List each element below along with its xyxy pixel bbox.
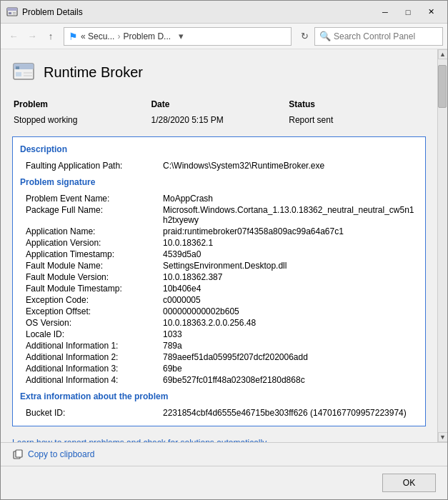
svg-rect-10 (24, 75, 32, 76)
scroll-down-arrow[interactable]: ▼ (438, 432, 448, 442)
extra-label: Bucket ID: (20, 408, 163, 418)
main-content: Runtime Broker Problem Date Status Stopp… (1, 49, 437, 442)
signature-row: Additional Information 2:789aeef51da0599… (20, 351, 418, 363)
svg-rect-1 (7, 8, 17, 11)
signature-row-value: c0000005 (163, 295, 201, 305)
signature-row: Exception Code:c0000005 (20, 294, 418, 306)
signature-row-value: 69be (163, 364, 182, 374)
signature-row: Problem Event Name:MoAppCrash (20, 193, 418, 204)
breadcrumb-sep1: › (117, 31, 120, 41)
description-row: Faulting Application Path: C:\Windows\Sy… (20, 160, 418, 171)
breadcrumb-part2: Problem D... (123, 31, 171, 41)
scroll-up-arrow[interactable]: ▲ (438, 49, 448, 59)
window-title: Problem Details (22, 7, 374, 17)
signature-row-label: Application Timestamp: (20, 249, 163, 259)
signature-row-value: 10.0.18362.387 (163, 272, 222, 282)
svg-rect-12 (16, 450, 22, 457)
breadcrumb-dropdown-button[interactable]: ▾ (174, 28, 188, 45)
ok-button[interactable]: OK (382, 474, 436, 492)
signature-row-value: MoAppCrash (163, 194, 213, 204)
page-title: Runtime Broker (44, 64, 143, 81)
search-bar: 🔍 (314, 27, 443, 46)
signature-row-value: 10.0.18362.1 (163, 238, 213, 248)
signature-row-value: SettingsEnvironment.Desktop.dll (163, 261, 287, 271)
signature-title: Problem signature (20, 177, 418, 187)
signature-row-value: 789a (163, 341, 182, 351)
signature-row-label: Application Name: (20, 226, 163, 236)
signature-row: Locale ID:1033 (20, 329, 418, 340)
signature-row-value: Microsoft.Windows.Cortana_1.13.0.18362_n… (163, 205, 418, 225)
col2-header: Date (151, 96, 287, 112)
bottom-bar: Copy to clipboard (1, 442, 447, 466)
content-area: Runtime Broker Problem Date Status Stopp… (1, 49, 447, 442)
signature-row: Additional Information 1:789a (20, 340, 418, 351)
signature-row-label: OS Version: (20, 318, 163, 328)
extra-row: Bucket ID: 2231854cbf4d6555e46715be303ff… (20, 407, 418, 419)
forward-button[interactable]: → (24, 28, 41, 45)
description-value: C:\Windows\System32\RuntimeBroker.exe (163, 161, 324, 171)
copy-to-clipboard-link[interactable]: Copy to clipboard (12, 449, 94, 460)
copy-label: Copy to clipboard (28, 449, 94, 459)
description-title: Description (20, 144, 418, 154)
signature-row-label: Package Full Name: (20, 205, 163, 225)
svg-rect-8 (16, 72, 21, 76)
description-label: Faulting Application Path: (20, 161, 163, 171)
signature-row-value: 10b406e4 (163, 284, 201, 294)
signature-row-label: Additional Information 3: (20, 364, 163, 374)
svg-rect-2 (9, 12, 11, 14)
signature-row-value: 789aeef51da05995f207dcf202006add (163, 352, 308, 362)
signature-row-label: Additional Information 1: (20, 341, 163, 351)
signature-rows: Problem Event Name:MoAppCrashPackage Ful… (20, 193, 418, 386)
signature-row: Fault Module Name:SettingsEnvironment.De… (20, 260, 418, 271)
search-icon: 🔍 (319, 31, 331, 41)
title-bar-controls: ─ □ ✕ (374, 5, 442, 19)
back-button[interactable]: ← (5, 28, 22, 45)
svg-rect-7 (16, 66, 19, 69)
maximize-button[interactable]: □ (397, 5, 419, 19)
signature-row-value: 000000000002b605 (163, 306, 239, 316)
signature-row-value: 1033 (163, 329, 182, 339)
signature-row: OS Version:10.0.18363.2.0.0.256.48 (20, 317, 418, 329)
scroll-track (438, 59, 447, 432)
signature-row-label: Additional Information 4: (20, 375, 163, 385)
close-button[interactable]: ✕ (420, 5, 442, 19)
window: Problem Details ─ □ ✕ ← → ↑ ⚑ « Secu... … (0, 0, 448, 500)
minimize-button[interactable]: ─ (374, 5, 396, 19)
copy-icon (12, 449, 24, 460)
search-input[interactable] (334, 31, 434, 41)
signature-row-value: praid:runtimebroker07f4358a809ac99a64a67… (163, 226, 344, 236)
signature-row-value: 69be527fc01ff48a02308ef2180d868c (163, 375, 305, 385)
signature-row: Application Name:praid:runtimebroker07f4… (20, 226, 418, 237)
signature-row: Application Timestamp:4539d5a0 (20, 249, 418, 260)
signature-row-label: Fault Module Version: (20, 272, 163, 282)
svg-rect-4 (13, 14, 16, 14)
signature-row-label: Additional Information 2: (20, 352, 163, 362)
problem-value: Stopped working (14, 114, 149, 126)
page-header: Runtime Broker (12, 61, 426, 84)
up-button[interactable]: ↑ (42, 28, 59, 45)
breadcrumb-flag-icon: ⚑ (69, 31, 78, 42)
signature-row: Exception Offset:000000000002b605 (20, 306, 418, 317)
extra-value: 2231854cbf4d6555e46715be303ff626 (147016… (163, 408, 407, 418)
detail-box: Description Faulting Application Path: C… (12, 136, 426, 426)
signature-row: Package Full Name:Microsoft.Windows.Cort… (20, 204, 418, 226)
signature-row: Additional Information 4:69be527fc01ff48… (20, 374, 418, 386)
signature-row-label: Application Version: (20, 238, 163, 248)
col1-header: Problem (14, 96, 149, 112)
scrollbar: ▲ ▼ (437, 49, 447, 442)
summary-table: Problem Date Status Stopped working 1/28… (12, 95, 426, 128)
signature-row: Application Version:10.0.18362.1 (20, 237, 418, 249)
app-icon (12, 61, 35, 84)
signature-row-value: 10.0.18363.2.0.0.256.48 (163, 318, 256, 328)
refresh-button[interactable]: ↻ (296, 28, 313, 45)
scroll-thumb[interactable] (438, 65, 447, 108)
svg-rect-9 (24, 72, 32, 74)
extra-title: Extra information about the problem (20, 391, 418, 401)
status-value: Report sent (289, 114, 424, 126)
signature-row-label: Fault Module Timestamp: (20, 284, 163, 294)
signature-row-label: Problem Event Name: (20, 194, 163, 204)
signature-row-label: Exception Offset: (20, 306, 163, 316)
signature-row: Fault Module Timestamp:10b406e4 (20, 283, 418, 294)
col3-header: Status (289, 96, 424, 112)
nav-bar: ← → ↑ ⚑ « Secu... › Problem D... ▾ ↻ 🔍 (1, 24, 447, 49)
